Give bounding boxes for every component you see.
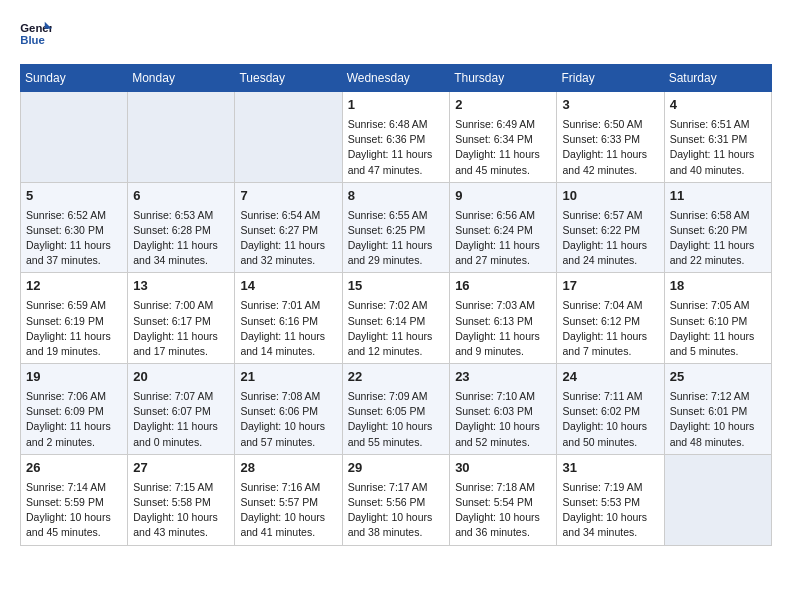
cell-text: Daylight: 11 hours bbox=[455, 239, 540, 251]
cell-text: Daylight: 10 hours bbox=[26, 511, 111, 523]
cell-text: Daylight: 10 hours bbox=[133, 511, 218, 523]
day-number: 11 bbox=[670, 187, 766, 206]
cell-text: Sunset: 6:17 PM bbox=[133, 315, 211, 327]
cell-text: Sunrise: 7:17 AM bbox=[348, 481, 428, 493]
cell-text: and 9 minutes. bbox=[455, 345, 524, 357]
cell-text: Sunrise: 6:52 AM bbox=[26, 209, 106, 221]
cell-text: Sunset: 6:16 PM bbox=[240, 315, 318, 327]
day-number: 3 bbox=[562, 96, 658, 115]
day-number: 16 bbox=[455, 277, 551, 296]
calendar-cell: 28Sunrise: 7:16 AMSunset: 5:57 PMDayligh… bbox=[235, 454, 342, 545]
cell-text: Daylight: 10 hours bbox=[562, 420, 647, 432]
calendar-cell: 5Sunrise: 6:52 AMSunset: 6:30 PMDaylight… bbox=[21, 182, 128, 273]
day-number: 1 bbox=[348, 96, 444, 115]
cell-text: Sunrise: 6:50 AM bbox=[562, 118, 642, 130]
cell-text: and 34 minutes. bbox=[133, 254, 208, 266]
cell-text: Sunset: 6:12 PM bbox=[562, 315, 640, 327]
calendar-cell: 17Sunrise: 7:04 AMSunset: 6:12 PMDayligh… bbox=[557, 273, 664, 364]
cell-text: Daylight: 11 hours bbox=[26, 330, 111, 342]
cell-text: Sunset: 6:02 PM bbox=[562, 405, 640, 417]
calendar-cell bbox=[21, 92, 128, 183]
calendar-cell: 26Sunrise: 7:14 AMSunset: 5:59 PMDayligh… bbox=[21, 454, 128, 545]
cell-text: Sunrise: 7:06 AM bbox=[26, 390, 106, 402]
cell-text: Sunrise: 7:18 AM bbox=[455, 481, 535, 493]
cell-text: Daylight: 10 hours bbox=[670, 420, 755, 432]
week-row: 19Sunrise: 7:06 AMSunset: 6:09 PMDayligh… bbox=[21, 364, 772, 455]
cell-text: Daylight: 11 hours bbox=[562, 239, 647, 251]
day-number: 18 bbox=[670, 277, 766, 296]
cell-text: Daylight: 11 hours bbox=[348, 148, 433, 160]
day-number: 15 bbox=[348, 277, 444, 296]
svg-text:Blue: Blue bbox=[20, 34, 45, 46]
cell-text: Daylight: 11 hours bbox=[26, 239, 111, 251]
cell-text: Sunset: 6:22 PM bbox=[562, 224, 640, 236]
day-number: 4 bbox=[670, 96, 766, 115]
cell-text: Daylight: 11 hours bbox=[670, 239, 755, 251]
cell-text: Sunset: 6:36 PM bbox=[348, 133, 426, 145]
page-header: General Blue bbox=[20, 20, 772, 48]
calendar-cell bbox=[664, 454, 771, 545]
calendar-cell: 16Sunrise: 7:03 AMSunset: 6:13 PMDayligh… bbox=[450, 273, 557, 364]
calendar-cell: 10Sunrise: 6:57 AMSunset: 6:22 PMDayligh… bbox=[557, 182, 664, 273]
cell-text: Daylight: 11 hours bbox=[455, 148, 540, 160]
cell-text: and 41 minutes. bbox=[240, 526, 315, 538]
cell-text: Sunrise: 6:53 AM bbox=[133, 209, 213, 221]
week-row: 1Sunrise: 6:48 AMSunset: 6:36 PMDaylight… bbox=[21, 92, 772, 183]
cell-text: and 50 minutes. bbox=[562, 436, 637, 448]
calendar-cell: 31Sunrise: 7:19 AMSunset: 5:53 PMDayligh… bbox=[557, 454, 664, 545]
day-number: 23 bbox=[455, 368, 551, 387]
cell-text: Sunset: 6:27 PM bbox=[240, 224, 318, 236]
cell-text: Sunset: 5:56 PM bbox=[348, 496, 426, 508]
cell-text: Sunset: 6:10 PM bbox=[670, 315, 748, 327]
day-number: 12 bbox=[26, 277, 122, 296]
calendar-table: SundayMondayTuesdayWednesdayThursdayFrid… bbox=[20, 64, 772, 546]
cell-text: Sunrise: 7:00 AM bbox=[133, 299, 213, 311]
cell-text: Sunrise: 7:19 AM bbox=[562, 481, 642, 493]
cell-text: Sunset: 6:31 PM bbox=[670, 133, 748, 145]
cell-text: Sunset: 6:20 PM bbox=[670, 224, 748, 236]
cell-text: Sunrise: 7:11 AM bbox=[562, 390, 642, 402]
calendar-cell: 19Sunrise: 7:06 AMSunset: 6:09 PMDayligh… bbox=[21, 364, 128, 455]
cell-text: Sunset: 6:30 PM bbox=[26, 224, 104, 236]
calendar-cell: 20Sunrise: 7:07 AMSunset: 6:07 PMDayligh… bbox=[128, 364, 235, 455]
header-cell-thursday: Thursday bbox=[450, 65, 557, 92]
cell-text: Daylight: 11 hours bbox=[348, 330, 433, 342]
cell-text: Sunrise: 7:16 AM bbox=[240, 481, 320, 493]
week-row: 26Sunrise: 7:14 AMSunset: 5:59 PMDayligh… bbox=[21, 454, 772, 545]
logo: General Blue bbox=[20, 20, 52, 48]
cell-text: Daylight: 10 hours bbox=[562, 511, 647, 523]
cell-text: Daylight: 11 hours bbox=[133, 239, 218, 251]
cell-text: and 19 minutes. bbox=[26, 345, 101, 357]
header-cell-saturday: Saturday bbox=[664, 65, 771, 92]
cell-text: Sunrise: 7:12 AM bbox=[670, 390, 750, 402]
day-number: 6 bbox=[133, 187, 229, 206]
cell-text: Sunrise: 7:07 AM bbox=[133, 390, 213, 402]
cell-text: and 32 minutes. bbox=[240, 254, 315, 266]
day-number: 24 bbox=[562, 368, 658, 387]
cell-text: and 45 minutes. bbox=[26, 526, 101, 538]
cell-text: Sunset: 6:09 PM bbox=[26, 405, 104, 417]
cell-text: Daylight: 11 hours bbox=[348, 239, 433, 251]
header-row: SundayMondayTuesdayWednesdayThursdayFrid… bbox=[21, 65, 772, 92]
cell-text: Sunset: 6:05 PM bbox=[348, 405, 426, 417]
week-row: 5Sunrise: 6:52 AMSunset: 6:30 PMDaylight… bbox=[21, 182, 772, 273]
day-number: 9 bbox=[455, 187, 551, 206]
cell-text: and 48 minutes. bbox=[670, 436, 745, 448]
day-number: 5 bbox=[26, 187, 122, 206]
cell-text: and 7 minutes. bbox=[562, 345, 631, 357]
cell-text: and 57 minutes. bbox=[240, 436, 315, 448]
cell-text: and 22 minutes. bbox=[670, 254, 745, 266]
day-number: 31 bbox=[562, 459, 658, 478]
calendar-cell: 13Sunrise: 7:00 AMSunset: 6:17 PMDayligh… bbox=[128, 273, 235, 364]
cell-text: and 42 minutes. bbox=[562, 164, 637, 176]
calendar-cell: 2Sunrise: 6:49 AMSunset: 6:34 PMDaylight… bbox=[450, 92, 557, 183]
cell-text: and 29 minutes. bbox=[348, 254, 423, 266]
logo-icon: General Blue bbox=[20, 20, 52, 48]
day-number: 28 bbox=[240, 459, 336, 478]
calendar-body: 1Sunrise: 6:48 AMSunset: 6:36 PMDaylight… bbox=[21, 92, 772, 546]
cell-text: Sunrise: 6:57 AM bbox=[562, 209, 642, 221]
cell-text: Sunrise: 6:51 AM bbox=[670, 118, 750, 130]
calendar-cell: 7Sunrise: 6:54 AMSunset: 6:27 PMDaylight… bbox=[235, 182, 342, 273]
cell-text: Sunset: 6:13 PM bbox=[455, 315, 533, 327]
cell-text: Sunrise: 6:49 AM bbox=[455, 118, 535, 130]
